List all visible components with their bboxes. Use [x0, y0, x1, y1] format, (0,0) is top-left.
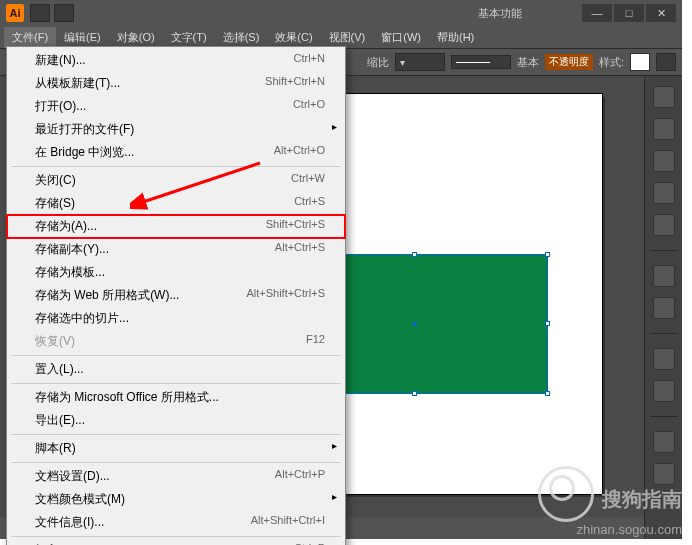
menu-item-label: 从模板新建(T)...	[35, 75, 120, 92]
graphic-styles-panel-icon[interactable]	[653, 380, 675, 402]
file-menu-item-2[interactable]: 打开(O)...Ctrl+O	[7, 95, 345, 118]
titlebar-quick-buttons	[30, 4, 74, 22]
file-menu-item-11[interactable]: 存储为 Web 所用格式(W)...Alt+Shift+Ctrl+S	[7, 284, 345, 307]
file-menu-item-3[interactable]: 最近打开的文件(F)	[7, 118, 345, 141]
menu-object[interactable]: 对象(O)	[109, 27, 163, 48]
menu-item-label: 打开(O)...	[35, 98, 86, 115]
right-panel-dock	[644, 76, 682, 539]
file-menu-item-23[interactable]: 文档颜色模式(M)	[7, 488, 345, 511]
gradient-panel-icon[interactable]	[653, 182, 675, 204]
file-menu-item-13: 恢复(V)F12	[7, 330, 345, 353]
menu-item-label: 存储为模板...	[35, 264, 105, 281]
file-menu-item-1[interactable]: 从模板新建(T)...Shift+Ctrl+N	[7, 72, 345, 95]
app-logo: Ai	[6, 4, 24, 22]
menu-item-shortcut: Alt+Shift+Ctrl+S	[246, 287, 325, 304]
menu-item-label: 最近打开的文件(F)	[35, 121, 134, 138]
file-menu-item-6[interactable]: 关闭(C)Ctrl+W	[7, 169, 345, 192]
menu-effect[interactable]: 效果(C)	[267, 27, 320, 48]
options-gear-icon[interactable]	[656, 53, 676, 71]
file-menu-item-4[interactable]: 在 Bridge 中浏览...Alt+Ctrl+O	[7, 141, 345, 164]
menu-item-shortcut: Ctrl+N	[294, 52, 325, 69]
menu-item-label: 导出(E)...	[35, 412, 85, 429]
file-menu-item-24[interactable]: 文件信息(I)...Alt+Shift+Ctrl+I	[7, 511, 345, 534]
menu-item-shortcut: Alt+Ctrl+P	[275, 468, 325, 485]
menu-item-label: 在 Bridge 中浏览...	[35, 144, 134, 161]
minimize-button[interactable]: —	[582, 4, 612, 22]
file-menu-item-7[interactable]: 存储(S)Ctrl+S	[7, 192, 345, 215]
menu-select[interactable]: 选择(S)	[215, 27, 268, 48]
menu-item-label: 存储(S)	[35, 195, 75, 212]
menu-item-shortcut: Ctrl+O	[293, 98, 325, 115]
titlebar: Ai 基本功能 — □ ✕	[0, 0, 682, 26]
menu-help[interactable]: 帮助(H)	[429, 27, 482, 48]
menu-item-label: 文档颜色模式(M)	[35, 491, 125, 508]
stroke-preview[interactable]	[451, 55, 511, 69]
menu-file[interactable]: 文件(F)	[4, 27, 56, 48]
file-menu-item-12[interactable]: 存储选中的切片...	[7, 307, 345, 330]
brushes-panel-icon[interactable]	[653, 265, 675, 287]
handle-tr[interactable]	[545, 252, 550, 257]
handle-bm[interactable]	[412, 391, 417, 396]
menu-item-shortcut: Ctrl+W	[291, 172, 325, 189]
menu-item-label: 文档设置(D)...	[35, 468, 110, 485]
menu-item-shortcut: Alt+Ctrl+O	[274, 144, 325, 161]
menu-item-shortcut: Alt+Shift+Ctrl+I	[251, 514, 325, 531]
menu-view[interactable]: 视图(V)	[321, 27, 374, 48]
style-label: 样式:	[599, 55, 624, 70]
file-menu-item-17[interactable]: 存储为 Microsoft Office 所用格式...	[7, 386, 345, 409]
menu-item-label: 置入(L)...	[35, 361, 84, 378]
menu-item-shortcut: Shift+Ctrl+S	[266, 218, 325, 235]
file-menu-item-18[interactable]: 导出(E)...	[7, 409, 345, 432]
file-menu-item-8[interactable]: 存储为(A)...Shift+Ctrl+S	[7, 215, 345, 238]
menu-window[interactable]: 窗口(W)	[373, 27, 429, 48]
handle-tm[interactable]	[412, 252, 417, 257]
menu-item-label: 脚本(R)	[35, 440, 76, 457]
menu-item-shortcut: Ctrl+S	[294, 195, 325, 212]
appearance-panel-icon[interactable]	[653, 348, 675, 370]
menu-item-shortcut: Shift+Ctrl+N	[265, 75, 325, 92]
file-menu-item-15[interactable]: 置入(L)...	[7, 358, 345, 381]
center-point	[413, 322, 417, 326]
menu-item-shortcut: Alt+Ctrl+S	[275, 241, 325, 258]
menu-item-label: 新建(N)...	[35, 52, 86, 69]
stroke-style-label: 基本	[517, 55, 539, 70]
handle-br[interactable]	[545, 391, 550, 396]
menu-item-label: 存储选中的切片...	[35, 310, 129, 327]
scale-label: 缩比	[367, 55, 389, 70]
menu-item-label: 存储为(A)...	[35, 218, 97, 235]
menubar: 文件(F) 编辑(E) 对象(O) 文字(T) 选择(S) 效果(C) 视图(V…	[0, 26, 682, 48]
close-button[interactable]: ✕	[646, 4, 676, 22]
file-menu-item-9[interactable]: 存储副本(Y)...Alt+Ctrl+S	[7, 238, 345, 261]
file-menu-item-20[interactable]: 脚本(R)	[7, 437, 345, 460]
file-menu-item-26[interactable]: 打印(P)...Ctrl+P	[7, 539, 345, 545]
stroke-panel-icon[interactable]	[653, 150, 675, 172]
menu-item-label: 存储为 Microsoft Office 所用格式...	[35, 389, 219, 406]
file-dropdown-menu: 新建(N)...Ctrl+N从模板新建(T)...Shift+Ctrl+N打开(…	[6, 46, 346, 545]
file-menu-item-0[interactable]: 新建(N)...Ctrl+N	[7, 49, 345, 72]
artboards-panel-icon[interactable]	[653, 463, 675, 485]
tb-btn-2[interactable]	[54, 4, 74, 22]
layers-panel-icon[interactable]	[653, 431, 675, 453]
opacity-label[interactable]: 不透明度	[545, 54, 593, 70]
handle-mr[interactable]	[545, 321, 550, 326]
menu-item-shortcut: F12	[306, 333, 325, 350]
scale-dropdown[interactable]: ▾	[395, 53, 445, 71]
symbols-panel-icon[interactable]	[653, 214, 675, 236]
menu-item-label: 存储为 Web 所用格式(W)...	[35, 287, 179, 304]
transparency-panel-icon[interactable]	[653, 297, 675, 319]
file-menu-item-22[interactable]: 文档设置(D)...Alt+Ctrl+P	[7, 465, 345, 488]
color-panel-icon[interactable]	[653, 86, 675, 108]
workspace-switcher[interactable]: 基本功能	[478, 6, 522, 21]
menu-item-label: 恢复(V)	[35, 333, 75, 350]
menu-item-label: 文件信息(I)...	[35, 514, 104, 531]
tb-btn-1[interactable]	[30, 4, 50, 22]
menu-item-label: 存储副本(Y)...	[35, 241, 109, 258]
menu-edit[interactable]: 编辑(E)	[56, 27, 109, 48]
menu-type[interactable]: 文字(T)	[163, 27, 215, 48]
file-menu-item-10[interactable]: 存储为模板...	[7, 261, 345, 284]
swatches-panel-icon[interactable]	[653, 118, 675, 140]
maximize-button[interactable]: □	[614, 4, 644, 22]
menu-item-label: 关闭(C)	[35, 172, 76, 189]
style-swatch[interactable]	[630, 53, 650, 71]
